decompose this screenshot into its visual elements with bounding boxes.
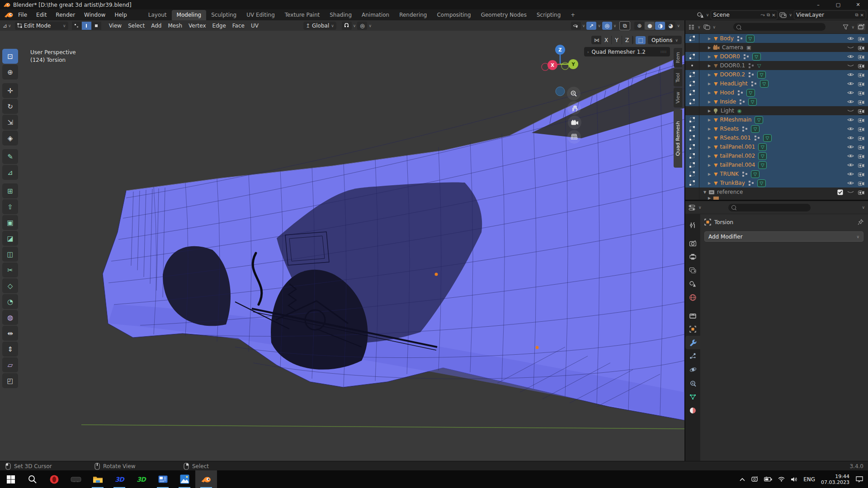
properties-tab-render[interactable] <box>685 236 700 250</box>
tool-transform[interactable]: ◈ <box>2 131 18 145</box>
scene-icon[interactable] <box>697 12 704 18</box>
outliner-row-hood[interactable]: ▶▼Hood▽ <box>685 88 868 97</box>
tool-knife[interactable]: ✂ <box>2 263 18 277</box>
tool-scale[interactable]: ⇲ <box>2 115 18 130</box>
hidden-icons-chevron-icon[interactable] <box>740 478 745 481</box>
object-name-label[interactable]: Light <box>721 108 734 114</box>
expand-arrow-icon[interactable]: ▶ <box>706 37 713 41</box>
outliner-search-input[interactable] <box>733 23 826 31</box>
properties-tab-scene[interactable] <box>685 277 700 291</box>
outliner-type-chevron-icon[interactable]: ∨ <box>698 25 701 29</box>
object-name-label[interactable]: HeadLight <box>720 80 747 87</box>
tool-measure[interactable]: ⊿ <box>2 165 18 180</box>
properties-tab-tool[interactable] <box>685 218 700 232</box>
viewlayer-icon[interactable] <box>779 12 787 18</box>
outliner-row-rseats[interactable]: ▶▼RSeats▽ <box>685 124 868 133</box>
taskbar-search[interactable] <box>22 470 43 488</box>
sidebar-tab-view[interactable]: View <box>674 88 682 108</box>
proportional-editing-icon[interactable]: ◎ <box>357 22 367 30</box>
properties-options-chevron-icon[interactable]: ∨ <box>862 205 865 210</box>
object-name-label[interactable]: DOOR0.1 <box>720 62 745 69</box>
snap-chevron-icon[interactable]: ∨ <box>353 23 356 28</box>
row-restrict-icons[interactable] <box>847 172 868 177</box>
properties-search-input[interactable] <box>728 204 811 211</box>
tab-layout[interactable]: Layout <box>143 10 172 20</box>
taskbar-3d-app-blue[interactable]: 3D <box>108 470 130 488</box>
object-name-label[interactable]: DOOR0.2 <box>720 71 745 78</box>
blender-logo-icon[interactable] <box>4 11 14 19</box>
close-button[interactable]: ✕ <box>848 0 868 9</box>
clock[interactable]: 19:44 07.03.2023 <box>821 474 849 485</box>
mirror-z-button[interactable]: Z <box>622 36 632 44</box>
tab-compositing[interactable]: Compositing <box>432 10 476 20</box>
display-mode-icon[interactable] <box>703 24 710 30</box>
object-name-label[interactable]: Body <box>720 35 733 42</box>
mode-dropdown[interactable]: Edit Mode ∨ <box>15 22 68 30</box>
tab-scripting[interactable]: Scripting <box>532 10 566 20</box>
xray-toggle-icon[interactable]: ⧉ <box>619 21 630 30</box>
pan-view-button[interactable] <box>567 101 581 115</box>
capture-tray-icon[interactable] <box>751 476 758 482</box>
panel-drag-dots-icon[interactable]: ∷∷ <box>661 50 667 54</box>
shading-wireframe-icon[interactable]: ⊕ <box>634 22 644 30</box>
properties-tab-constraints[interactable] <box>685 376 700 390</box>
new-collection-icon[interactable] <box>857 23 865 30</box>
row-restrict-icons[interactable] <box>847 181 868 186</box>
row-restrict-icons[interactable] <box>847 45 868 50</box>
row-restrict-icons[interactable] <box>847 81 868 86</box>
taskbar-3d-app-green[interactable]: 3D <box>130 470 152 488</box>
tab-sculpting[interactable]: Sculpting <box>206 10 241 20</box>
object-name-label[interactable]: TrunkBay <box>720 180 745 186</box>
filter-icon[interactable] <box>843 24 849 30</box>
visibility-chevron-icon[interactable]: ∨ <box>582 23 585 28</box>
gizmo-chevron-icon[interactable]: ∨ <box>598 23 601 28</box>
notifications-icon[interactable] <box>855 476 863 483</box>
mirror-y-button[interactable]: Y <box>612 36 622 44</box>
menu-render[interactable]: Render <box>51 9 80 20</box>
viewport-menu-add[interactable]: Add <box>148 23 165 29</box>
outliner-row-trunk[interactable]: ▶▼TRUNK▽ <box>685 169 868 178</box>
perspective-toggle-button[interactable] <box>567 130 581 144</box>
sidebar-tab-tool[interactable]: Tool <box>674 69 682 86</box>
tool-smooth[interactable]: ◍ <box>2 310 18 325</box>
taskbar-photos[interactable] <box>174 470 195 488</box>
copy-icon[interactable]: ⧉ <box>855 12 858 18</box>
unlink-icon[interactable]: ✕ <box>772 13 775 18</box>
row-restrict-icons[interactable] <box>847 63 868 68</box>
tool-bevel[interactable]: ◪ <box>2 231 18 246</box>
tool-shrink-fatten[interactable]: ⇕ <box>2 342 18 357</box>
expand-arrow-icon[interactable]: ▶ <box>706 91 713 95</box>
row-restrict-icons[interactable] <box>847 145 868 150</box>
tab-shading[interactable]: Shading <box>325 10 357 20</box>
expand-arrow-icon[interactable]: ▶ <box>706 136 713 140</box>
expand-arrow-icon[interactable]: ▶ <box>706 73 713 77</box>
tab-+[interactable]: + <box>566 10 580 20</box>
expand-arrow-icon[interactable]: ▶ <box>706 181 713 185</box>
expand-arrow-icon[interactable]: ▶ <box>706 163 713 167</box>
tab-rendering[interactable]: Rendering <box>394 10 432 20</box>
scene-browse-chevron-icon[interactable]: ∨ <box>706 13 709 17</box>
sidebar-tab-item[interactable]: Item <box>674 48 682 67</box>
camera-view-button[interactable] <box>568 116 581 129</box>
properties-type-chevron-icon[interactable]: ∨ <box>698 205 702 210</box>
outliner-row-inside[interactable]: ▶▼Inside▽ <box>685 97 868 106</box>
options-dropdown[interactable]: Options ∨ <box>648 36 682 44</box>
tool-rip-region[interactable]: ◰ <box>2 373 18 388</box>
pin-icon[interactable]: ⤳ <box>760 12 765 18</box>
tab-geometry-nodes[interactable]: Geometry Nodes <box>476 10 532 20</box>
object-name-label[interactable]: Hood <box>720 89 734 96</box>
tool-cursor[interactable]: ⊕ <box>2 65 18 80</box>
maximize-button[interactable]: ▢ <box>828 0 848 9</box>
properties-tab-world[interactable] <box>685 291 700 304</box>
outliner-row-trunkbay[interactable]: ▶▼TrunkBay▽ <box>685 178 868 188</box>
object-name-label[interactable]: RMeshmain <box>720 117 751 123</box>
zoom-view-button[interactable] <box>567 87 580 100</box>
menu-help[interactable]: Help <box>110 9 131 20</box>
taskbar-blender[interactable] <box>195 470 217 488</box>
viewport-menu-uv[interactable]: UV <box>248 23 262 29</box>
properties-tab-modifiers[interactable] <box>685 336 700 349</box>
viewport-menu-mesh[interactable]: Mesh <box>165 23 185 29</box>
expand-arrow-icon[interactable]: ▶ <box>706 100 713 104</box>
outliner-row-tailpanel.004[interactable]: ▶▼tailPanel.004▽ <box>685 160 868 169</box>
pin-icon[interactable] <box>858 219 863 225</box>
